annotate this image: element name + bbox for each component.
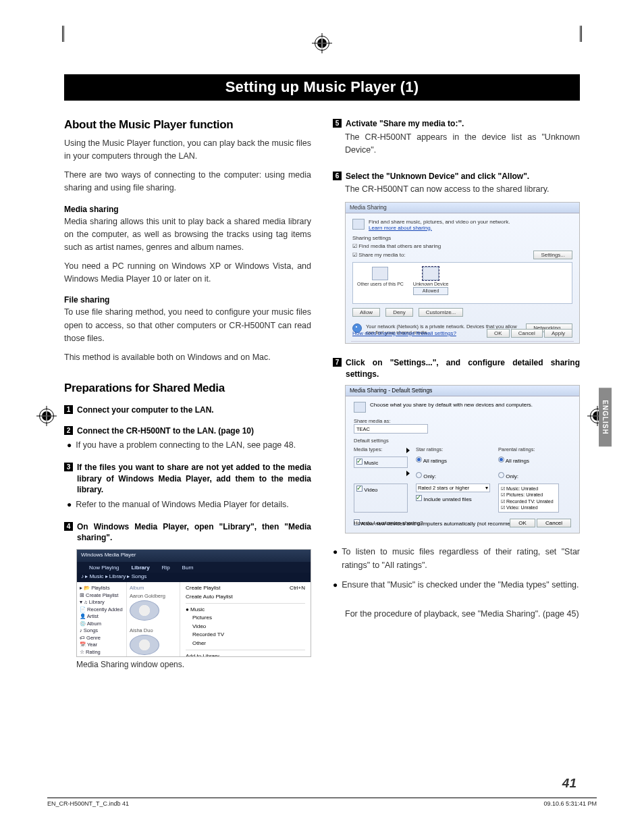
heading-about: About the Music Player function [64, 118, 311, 132]
wmp-album-pane: Album Aaron Goldberg Aisha Duo [127, 582, 180, 656]
step-text: Click on "Settings...", and configure de… [346, 357, 580, 380]
share-as-input[interactable]: TEAC [354, 424, 428, 434]
step-5: 5 Activate "Share my media to:". [333, 118, 580, 130]
body-text: The CR-H500NT appears in the device list… [345, 131, 580, 157]
bullet-text: Ensure that "Music" is checked under the… [342, 579, 579, 592]
parental-listbox[interactable]: ☑ Music: Unrated ☑ Pictures: Unrated ☑ R… [498, 484, 559, 512]
parental-only-radio[interactable] [498, 472, 504, 478]
page-number: 41 [562, 776, 576, 791]
bullet-item: ● To listen to music files regardless of… [333, 546, 580, 572]
wmp-tab-now-playing[interactable]: Now Playing [89, 565, 119, 571]
wmp-tree[interactable]: ▸ 📂 Playlists ⊞ Create Playlist▾ ♫ Libra… [77, 582, 127, 656]
wmp-tab-library[interactable]: Library [131, 565, 149, 571]
arrow-icon [406, 448, 410, 453]
wmp-tab-burn[interactable]: Burn [182, 565, 194, 571]
bullet-text: To listen to music files regardless of t… [342, 546, 580, 572]
body-text: This method is available both on Windows… [64, 351, 311, 364]
step-text: Connect the CR-H500NT to the LAN. (page … [77, 425, 254, 437]
allow-button[interactable]: Allow [352, 308, 380, 317]
step-4: 4 On Windows Media Player, open "Library… [64, 521, 311, 544]
ok-button[interactable]: OK [510, 519, 535, 527]
music-checkbox[interactable] [356, 459, 363, 465]
dialog-title: Media Sharing - Default Settings [346, 386, 579, 396]
bullet-text: Refer to the manual of Windows Media Pla… [76, 498, 288, 511]
step-number-icon: 3 [64, 463, 73, 471]
page-banner: Setting up Music Player (1) [64, 74, 580, 101]
screenshot-default-settings-dialog: Media Sharing - Default Settings Choose … [345, 385, 580, 533]
subheading-file-sharing: File sharing [64, 295, 311, 305]
settings-button[interactable]: Settings... [533, 251, 572, 259]
learn-more-link[interactable]: Learn more about sharing. [369, 225, 432, 231]
step-text: Connect your computer to the LAN. [77, 405, 214, 416]
step-1: 1 Connect your computer to the LAN. [64, 405, 311, 416]
caption-wmp: Media Sharing window opens. [76, 660, 311, 669]
step-6: 6 Select the "Unknown Device" and click … [333, 171, 580, 182]
step-text: Select the "Unknown Device" and click "A… [346, 171, 529, 182]
step-number-icon: 1 [64, 405, 73, 414]
bullet-icon: ● [67, 498, 72, 511]
sharing-icon [352, 219, 365, 230]
step-number-icon: 5 [333, 119, 342, 128]
step-text: Activate "Share my media to:". [346, 118, 464, 130]
sharing-icon [354, 402, 366, 413]
bullet-item: ● Ensure that "Music" is checked under t… [333, 579, 580, 592]
device-icon [423, 267, 439, 280]
step-number-icon: 4 [64, 522, 73, 531]
device-icon [372, 267, 388, 280]
wmp-toolbar: Now Playing Library Rip Burn [77, 562, 311, 573]
parental-all-radio[interactable] [498, 457, 504, 463]
step-number-icon: 7 [333, 358, 342, 367]
step-number-icon: 2 [64, 426, 73, 435]
body-text: There are two ways of connecting to the … [64, 169, 311, 195]
body-text: For the procedure of playback, see "Medi… [345, 608, 580, 621]
screenshot-media-sharing-dialog: Media Sharing Find and share music, pict… [345, 202, 580, 344]
bullet-text: If you have a problem connecting to the … [76, 439, 296, 452]
deny-button[interactable]: Deny [385, 308, 413, 317]
apply-button[interactable]: Apply [544, 329, 572, 338]
cancel-button[interactable]: Cancel [511, 329, 543, 338]
firewall-link[interactable]: How does sharing change firewall setting… [352, 330, 456, 336]
step-text: On Windows Media Player, open "Library",… [77, 521, 311, 544]
bullet-icon: ● [333, 546, 338, 572]
footer-timestamp: 09.10.6 5:31:41 PM [543, 800, 597, 807]
body-text: To use file sharing method, you need to … [64, 306, 311, 345]
stars-dropdown[interactable]: Rated 2 stars or higher▾ [416, 484, 490, 492]
screenshot-wmp: Windows Media Player Now Playing Library… [76, 549, 311, 657]
step-2: 2 Connect the CR-H500NT to the LAN. (pag… [64, 425, 311, 437]
video-checkbox[interactable] [356, 486, 363, 492]
heading-preparations: Preparations for Shared Media [64, 382, 311, 395]
wmp-tab-rip[interactable]: Rip [162, 565, 170, 571]
bullet-item: ● If you have a problem connecting to th… [67, 439, 311, 452]
star-all-radio[interactable] [416, 457, 422, 463]
bullet-item: ● Refer to the manual of Windows Media P… [67, 498, 311, 511]
body-text: You need a PC running on Windows XP or W… [64, 260, 311, 286]
step-text: If the files you want to share are not y… [77, 462, 311, 496]
bullet-icon: ● [333, 579, 338, 592]
body-text: Media sharing allows this unit to play b… [64, 215, 311, 255]
wmp-titlebar: Windows Media Player [77, 550, 311, 562]
arrow-icon [406, 471, 410, 476]
bullet-icon: ● [67, 439, 72, 452]
body-text: Using the Music Player function, you can… [64, 137, 311, 163]
language-tab: ENGLISH [599, 388, 612, 446]
customize-button[interactable]: Customize... [419, 308, 463, 317]
footer: EN_CR-H500NT_T_C.indb 41 09.10.6 5:31:41… [47, 798, 597, 807]
dialog-title: Media Sharing [346, 203, 579, 213]
chevron-down-icon: ▾ [485, 485, 488, 491]
step-number-icon: 6 [333, 172, 342, 180]
footer-file: EN_CR-H500NT_T_C.indb 41 [47, 800, 129, 807]
album-art-icon [130, 600, 159, 621]
customize-sharing-link[interactable]: How do I customize sharing? [354, 520, 423, 526]
subheading-media-sharing: Media sharing [64, 205, 311, 214]
step-3: 3 If the files you want to share are not… [64, 462, 311, 496]
step-7: 7 Click on "Settings...", and configure … [333, 357, 580, 380]
wmp-breadcrumb: ♪ ▸ Music ▸ Library ▸ Songs [77, 573, 311, 582]
wmp-library-menu[interactable]: Create PlaylistCtrl+N Create Auto Playli… [180, 582, 311, 656]
ok-button[interactable]: OK [487, 329, 510, 338]
device-list[interactable]: Other users of this PC Unknown DeviceAll… [352, 262, 572, 304]
body-text: The CR-H500NT can now access to the shar… [345, 183, 580, 196]
cancel-button[interactable]: Cancel [537, 519, 571, 527]
album-art-icon [130, 635, 159, 655]
star-only-radio[interactable] [416, 472, 422, 478]
